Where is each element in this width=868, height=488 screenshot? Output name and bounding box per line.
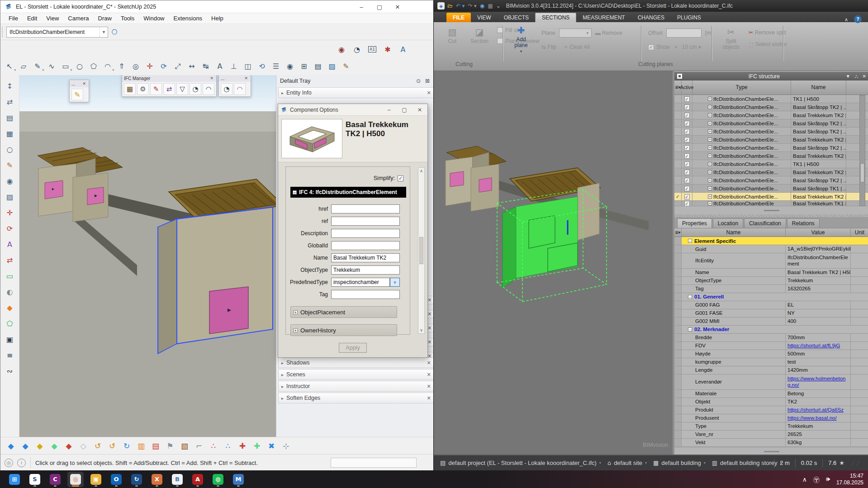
property-group-row[interactable]: –01. Generell: [674, 293, 868, 301]
tray-section-instructor[interactable]: ▸Instructor✕: [278, 381, 434, 392]
tree-row[interactable]: ✓+IfcDistributionChamberEle...Basal Trek…: [674, 152, 868, 160]
property-row[interactable]: Tag16320265: [674, 285, 868, 293]
tab-properties[interactable]: Properties: [677, 218, 712, 228]
property-row[interactable]: Leverandørhttps://www.holmenbetong.no/: [674, 374, 868, 390]
expand-icon[interactable]: +: [708, 146, 712, 150]
freehand-icon[interactable]: ∿: [45, 60, 58, 72]
column-value[interactable]: Value: [786, 228, 851, 237]
close-icon[interactable]: ✕: [424, 360, 433, 366]
tree-row[interactable]: ✓+IfcDistributionChamberEle...Basal Skrå…: [674, 144, 868, 152]
resize-grip[interactable]: ⋰⋰: [851, 460, 861, 465]
property-row[interactable]: NameBasal Trekkekum TK2 | H500: [674, 269, 868, 277]
wrench-icon[interactable]: ⌐: [193, 440, 205, 452]
property-row[interactable]: G000 FAGEL: [674, 301, 868, 309]
tree-row[interactable]: ✓✓+IfcDistributionChamberEle...Basal Tre…: [674, 193, 868, 201]
scroll-up-icon[interactable]: ∧: [420, 169, 423, 173]
visibility-checkbox[interactable]: ✓: [684, 121, 690, 126]
plus-green-icon[interactable]: ✚: [251, 440, 263, 452]
move-cross-icon[interactable]: ✛: [4, 206, 16, 219]
close-icon[interactable]: ⊠: [423, 78, 432, 84]
remove-split-button[interactable]: ✂ Remove split: [749, 29, 787, 36]
classifier-tag-icon[interactable]: ⎔: [108, 26, 121, 38]
tray-section-shadows[interactable]: ▸Shadows✕: [278, 357, 434, 368]
collapse-ribbon-icon[interactable]: ∧: [844, 17, 848, 23]
edit-component-icon[interactable]: ✎: [150, 83, 162, 95]
measurements-field[interactable]: [331, 458, 417, 468]
tree-row[interactable]: ✓+IfcDistributionChamberEle...TK1 | H500: [674, 95, 868, 103]
pencil-icon[interactable]: ✎▾: [31, 60, 44, 72]
tab-objects[interactable]: OBJECTS: [498, 13, 535, 22]
tab-location[interactable]: Location: [713, 218, 743, 228]
path-blue-icon[interactable]: ∴: [222, 440, 234, 452]
axes-star-icon[interactable]: ✱: [381, 43, 394, 56]
drape-icon[interactable]: ◆: [63, 440, 75, 452]
tab-file[interactable]: FILE: [446, 13, 471, 22]
tray-section-entity-info[interactable]: ▸Entity Info✕: [278, 87, 434, 98]
undo-icon[interactable]: ↶ ▾: [456, 3, 465, 9]
collapse-panel-icon[interactable]: ▼: [844, 74, 853, 79]
add-detail-icon[interactable]: ◇: [77, 440, 89, 452]
settings-icon[interactable]: ▦: [488, 3, 493, 9]
section-plane-icon[interactable]: ◫: [242, 60, 254, 72]
menu-tools[interactable]: Tools: [116, 14, 139, 23]
column-type[interactable]: Type: [693, 81, 791, 95]
tab-view[interactable]: VIEW: [471, 13, 498, 22]
dimension-icon[interactable]: ↹: [199, 60, 212, 72]
start-button[interactable]: ⊞: [6, 472, 23, 487]
maximize-button[interactable]: ▢: [397, 107, 412, 113]
label-a1-icon[interactable]: A1: [366, 43, 379, 56]
help-icon[interactable]: ?: [854, 15, 862, 23]
plane-icon[interactable]: ▭: [4, 270, 16, 282]
close-icon[interactable]: ✕: [81, 81, 87, 86]
status-site[interactable]: ⌂default site▾: [607, 460, 647, 466]
drop-icon[interactable]: ◆: [4, 301, 16, 314]
show-checkbox[interactable]: ✓Show: [648, 44, 670, 50]
fan-icon[interactable]: ◠: [234, 83, 246, 95]
menu-extensions[interactable]: Extensions: [169, 14, 207, 23]
ifc-box-icon[interactable]: ▦: [124, 83, 136, 95]
customize-toolbar-icon[interactable]: ⌄: [496, 3, 501, 9]
expand-icon[interactable]: +: [294, 328, 298, 332]
expand-icon[interactable]: +: [708, 129, 712, 133]
civil3d-app[interactable]: C: [47, 472, 63, 487]
link-icon[interactable]: ∾: [4, 365, 16, 377]
draw-pencil-icon[interactable]: ✎: [71, 89, 83, 100]
explorer-app[interactable]: ▣: [88, 472, 104, 487]
property-row[interactable]: Produsenthttps://www.basal.no/: [674, 414, 868, 422]
property-row[interactable]: Lengde1420mm: [674, 366, 868, 374]
redo-icon[interactable]: ↷ ▾: [468, 3, 476, 9]
property-group-row[interactable]: –Element Specific: [674, 237, 868, 245]
visibility-checkbox[interactable]: ✓: [684, 201, 690, 206]
rectangle-icon[interactable]: ▭▾: [59, 60, 72, 72]
grid-icon[interactable]: ▦: [4, 127, 16, 140]
path-red-icon[interactable]: ∴: [208, 440, 219, 452]
maximize-button[interactable]: ▢: [370, 0, 389, 13]
property-row[interactable]: Guid1A_w1Biej0YPmkoGREykiE: [674, 245, 868, 253]
objecttype-field[interactable]: Trekkekum: [331, 265, 400, 275]
close-icon[interactable]: ✕: [243, 76, 249, 81]
expand-icon[interactable]: +: [708, 113, 712, 117]
box-icon[interactable]: ▣: [4, 333, 16, 346]
pan-icon[interactable]: ☰: [270, 60, 282, 72]
refresh-icon[interactable]: ⟳: [4, 222, 16, 235]
column-name[interactable]: Name: [791, 81, 846, 95]
tree-mode-icon[interactable]: ⛬: [853, 74, 860, 79]
orbit-look-icon[interactable]: ◉: [335, 43, 348, 56]
menu-draw[interactable]: Draw: [94, 14, 116, 23]
property-row[interactable]: ObjectTypeTrekkekum: [674, 277, 868, 285]
expand-icon[interactable]: +: [708, 105, 712, 109]
scrollbar-thumb[interactable]: [860, 163, 864, 182]
speaker-icon[interactable]: 🕪: [826, 475, 830, 483]
close-button[interactable]: ✕: [389, 0, 407, 13]
tag-field[interactable]: [331, 290, 400, 299]
link[interactable]: https://www.basal.no/: [787, 415, 837, 421]
flag-icon[interactable]: ⚑: [164, 440, 176, 452]
outlook-app[interactable]: O: [108, 472, 124, 487]
tab-sections[interactable]: SECTIONS: [535, 13, 576, 22]
expand-icon[interactable]: +: [708, 170, 712, 174]
tab-relations[interactable]: Relations: [787, 218, 820, 228]
protractor2-icon[interactable]: ◔: [190, 83, 201, 95]
sketchup-3d-model[interactable]: [19, 75, 276, 454]
visibility-checkbox[interactable]: ✓: [684, 186, 690, 191]
bimvision-3d-model[interactable]: [434, 71, 673, 455]
